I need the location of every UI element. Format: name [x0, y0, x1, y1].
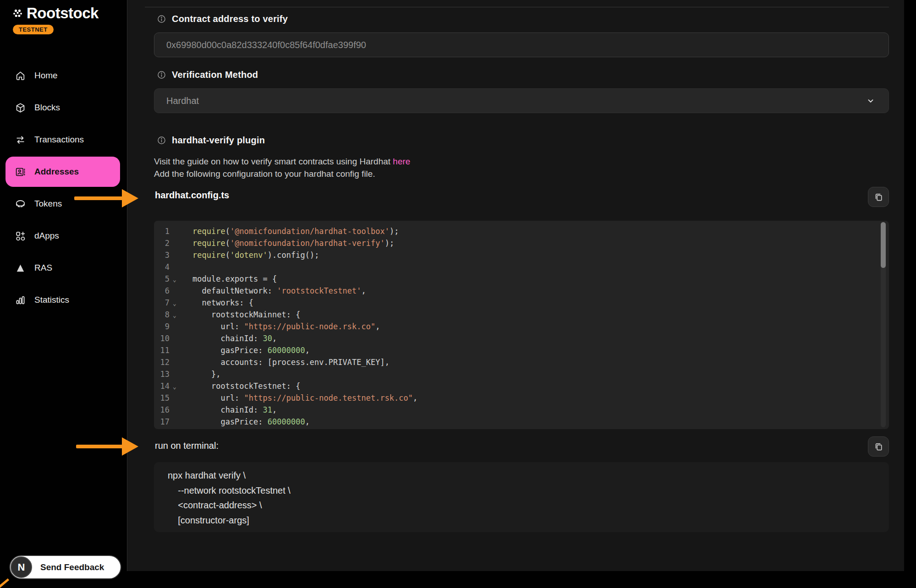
terminal-line: [constructor-args] — [168, 513, 889, 528]
sidebar-item-blocks[interactable]: Blocks — [5, 93, 120, 123]
code-line: 2require('@nomicfoundation/hardhat-verif… — [154, 237, 889, 249]
home-icon — [15, 70, 26, 82]
contact-card-icon — [15, 166, 26, 178]
brand[interactable]: Rootstock TESTNET — [12, 5, 99, 34]
sidebar: Rootstock TESTNET Home Blocks Transactio… — [0, 0, 127, 588]
main-panel: Contract address to verify Verification … — [127, 0, 904, 571]
triangle-icon — [15, 262, 26, 274]
sidebar-item-ras[interactable]: RAS — [5, 253, 120, 283]
config-filename: hardhat.config.ts — [155, 190, 229, 201]
info-icon[interactable] — [157, 14, 166, 24]
verification-method-value: Hardhat — [166, 96, 199, 106]
chevron-down-icon — [866, 96, 876, 106]
copy-icon — [873, 192, 884, 202]
top-divider — [145, 7, 889, 7]
contract-address-label: Contract address to verify — [172, 14, 288, 24]
verification-method-select[interactable]: Hardhat — [154, 88, 889, 113]
feedback-label: Send Feedback — [40, 562, 104, 572]
sidebar-item-dapps[interactable]: dApps — [5, 221, 120, 251]
sidebar-item-label: Blocks — [34, 103, 60, 113]
code-line: 9 url: "https://public-node.rsk.co", — [154, 321, 889, 332]
brand-name: Rootstock — [27, 5, 99, 22]
info-icon[interactable] — [157, 136, 166, 145]
terminal-line: npx hardhat verify \ — [168, 468, 889, 483]
code-line: 17 gasPrice: 60000000, — [154, 416, 889, 428]
sidebar-item-label: Statistics — [34, 295, 69, 305]
send-feedback-button[interactable]: N Send Feedback — [10, 556, 121, 578]
contract-address-label-row: Contract address to verify — [157, 14, 288, 24]
code-line: 6 defaultNetwork: 'rootstockTestnet', — [154, 285, 889, 297]
rootstock-logo-icon — [12, 8, 23, 19]
code-line: 11 gasPrice: 60000000, — [154, 344, 889, 356]
coin-icon — [15, 198, 26, 210]
copy-icon — [873, 441, 884, 452]
contract-address-input[interactable] — [154, 33, 889, 57]
sidebar-item-label: dApps — [34, 231, 59, 241]
testnet-badge: TESTNET — [13, 25, 54, 34]
sidebar-item-addresses[interactable]: Addresses — [5, 157, 120, 187]
terminal-command-block: npx hardhat verify \ --network rootstock… — [154, 462, 889, 532]
code-line: 15 url: "https://public-node.testnet.rsk… — [154, 392, 889, 404]
code-line: 3require('dotenv').config(); — [154, 249, 889, 261]
verification-method-label: Verification Method — [172, 70, 258, 80]
sidebar-item-label: RAS — [34, 263, 52, 273]
sidebar-item-statistics[interactable]: Statistics — [5, 285, 120, 315]
feedback-avatar: N — [11, 556, 32, 578]
code-line: 1require('@nomicfoundation/hardhat-toolb… — [154, 225, 889, 237]
terminal-line: <contract-address> \ — [168, 498, 889, 513]
plugin-title-row: hardhat-verify plugin — [157, 135, 265, 146]
sidebar-item-label: Tokens — [34, 199, 62, 209]
guide-text: Visit the guide on how to verify smart c… — [154, 157, 410, 167]
sidebar-item-label: Transactions — [34, 135, 84, 145]
code-line: 5⌄module.exports = { — [154, 273, 889, 285]
annotation-arrow-config — [74, 189, 138, 207]
grid-plus-icon — [15, 230, 26, 242]
code-line: 18 accounts: [process.env.PRIVATE_KEY], — [154, 428, 889, 429]
guide-here-link[interactable]: here — [393, 157, 410, 166]
copy-config-button[interactable] — [868, 187, 889, 207]
code-line: 14⌄ rootstockTestnet: { — [154, 380, 889, 392]
code-scrollbar-track[interactable] — [881, 222, 886, 427]
copy-terminal-button[interactable] — [868, 436, 889, 457]
code-block-lines: 1require('@nomicfoundation/hardhat-toolb… — [154, 225, 889, 429]
bar-chart-icon — [15, 294, 26, 306]
code-line: 8⌄ rootstockMainnet: { — [154, 309, 889, 321]
code-line: 10 chainId: 30, — [154, 332, 889, 344]
config-instruction: Add the following configuration to your … — [154, 169, 375, 179]
swap-arrows-icon — [15, 134, 26, 146]
verification-method-label-row: Verification Method — [157, 70, 258, 80]
terminal-line: --network rootstockTestnet \ — [168, 483, 889, 498]
code-line: 16 chainId: 31, — [154, 404, 889, 416]
sidebar-item-home[interactable]: Home — [5, 60, 120, 91]
code-line: 4 — [154, 261, 889, 273]
sidebar-item-transactions[interactable]: Transactions — [5, 125, 120, 155]
config-code-block: 1require('@nomicfoundation/hardhat-toolb… — [154, 221, 889, 429]
code-line: 13 }, — [154, 368, 889, 380]
annotation-arrow-terminal — [76, 437, 139, 456]
cube-icon — [15, 102, 26, 114]
code-scrollbar-thumb[interactable] — [881, 222, 886, 268]
guide-text-body: Visit the guide on how to verify smart c… — [154, 157, 390, 166]
plugin-title: hardhat-verify plugin — [172, 135, 265, 146]
info-icon[interactable] — [157, 70, 166, 80]
terminal-label: run on terminal: — [155, 441, 219, 451]
code-line: 12 accounts: [process.env.PRIVATE_KEY], — [154, 356, 889, 368]
sidebar-item-label: Addresses — [34, 167, 79, 177]
code-line: 7⌄ networks: { — [154, 297, 889, 309]
sidebar-item-label: Home — [34, 71, 58, 81]
